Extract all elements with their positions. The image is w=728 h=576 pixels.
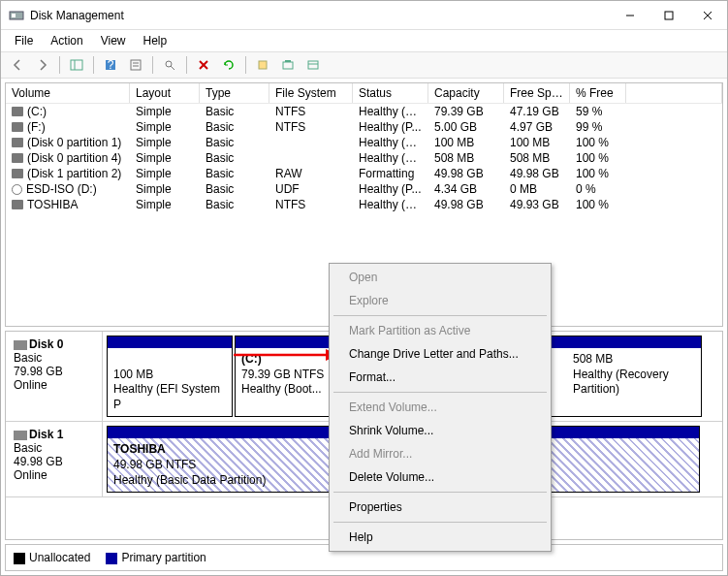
toolbar-separator: [186, 56, 187, 74]
volume-name: TOSHIBA: [27, 198, 78, 211]
delete-icon[interactable]: [193, 54, 214, 76]
window-title: Disk Management: [30, 9, 611, 22]
svg-rect-17: [259, 61, 267, 69]
toolbar: ?: [1, 51, 727, 79]
cell-pct: 100 %: [570, 166, 626, 181]
menu-file[interactable]: File: [7, 32, 41, 49]
col-free[interactable]: Free Spa...: [504, 83, 570, 103]
volume-name: (C:): [27, 105, 47, 118]
svg-text:?: ?: [108, 58, 114, 72]
toolbar-separator: [93, 56, 94, 74]
menu-help[interactable]: Help: [136, 32, 175, 49]
menu-action[interactable]: Action: [43, 32, 90, 49]
cell-capacity: 508 MB: [428, 150, 504, 166]
volume-row[interactable]: ESD-ISO (D:)SimpleBasicUDFHealthy (P...4…: [6, 181, 722, 197]
cell-capacity: 49.98 GB: [428, 197, 504, 212]
app-icon: [9, 8, 24, 23]
maximize-button[interactable]: [649, 1, 688, 30]
col-pct[interactable]: % Free: [570, 83, 626, 103]
col-type[interactable]: Type: [200, 83, 269, 103]
volume-name: ESD-ISO (D:): [26, 182, 97, 196]
menu-item-delete-volume[interactable]: Delete Volume...: [332, 465, 549, 489]
disk-icon: [14, 431, 27, 440]
cell-free: 508 MB: [504, 150, 570, 166]
partition[interactable]: 100 MBHealthy (EFI System P: [107, 336, 233, 417]
menu-separator: [333, 492, 547, 493]
svg-rect-20: [308, 61, 318, 69]
cell-capacity: 100 MB: [428, 135, 504, 150]
volume-name: (Disk 0 partition 4): [27, 151, 121, 165]
cell-layout: Simple: [130, 166, 200, 181]
cell-type: Basic: [200, 197, 269, 212]
disk-management-window: Disk Management File Action View Help ? …: [0, 0, 728, 576]
svg-rect-18: [283, 62, 293, 69]
cell-status: Healthy (P...: [353, 181, 428, 197]
svg-rect-6: [71, 60, 82, 70]
cell-status: Healthy (B...: [353, 197, 428, 212]
col-status[interactable]: Status: [353, 83, 428, 103]
cell-free: 100 MB: [504, 135, 570, 150]
cell-type: Basic: [200, 166, 269, 181]
options-icon[interactable]: [277, 54, 299, 76]
cell-pct: 99 %: [570, 119, 626, 135]
cell-status: Healthy (R...: [353, 150, 428, 166]
volume-row[interactable]: TOSHIBASimpleBasicNTFSHealthy (B...49.98…: [6, 197, 722, 212]
volume-row[interactable]: (C:)SimpleBasicNTFSHealthy (B...79.39 GB…: [6, 104, 722, 119]
menu-item-format[interactable]: Format...: [332, 366, 549, 389]
properties-icon[interactable]: [125, 54, 146, 76]
cell-pct: 0 %: [570, 181, 626, 197]
col-capacity[interactable]: Capacity: [428, 83, 504, 103]
show-hide-tree-icon[interactable]: [66, 54, 87, 76]
cell-free: 49.93 GB: [504, 197, 570, 212]
menu-item-properties[interactable]: Properties: [332, 496, 549, 519]
volume-row[interactable]: (Disk 0 partition 1)SimpleBasicHealthy (…: [6, 135, 722, 150]
volume-row[interactable]: (Disk 0 partition 4)SimpleBasicHealthy (…: [6, 150, 722, 166]
cell-type: Basic: [200, 150, 269, 166]
list-icon[interactable]: [302, 54, 324, 76]
svg-line-14: [171, 66, 174, 70]
cell-free: 49.98 GB: [504, 166, 570, 181]
col-volume[interactable]: Volume: [6, 83, 130, 103]
toolbar-separator: [245, 56, 246, 74]
disk-label: Disk 1Basic49.98 GBOnline: [6, 422, 103, 496]
disk-icon: [14, 340, 27, 350]
cell-status: Formatting: [353, 166, 428, 181]
drive-icon: [12, 153, 23, 163]
volume-row[interactable]: (Disk 1 partition 2)SimpleBasicRAWFormat…: [6, 166, 722, 181]
new-icon[interactable]: [252, 54, 273, 76]
drive-icon: [12, 200, 23, 209]
volume-row[interactable]: (F:)SimpleBasicNTFSHealthy (P...5.00 GB4…: [6, 119, 722, 135]
refresh-icon[interactable]: [218, 54, 239, 76]
cell-capacity: 4.34 GB: [428, 181, 504, 197]
cell-capacity: 5.00 GB: [428, 119, 504, 135]
cell-status: Healthy (B...: [353, 104, 428, 119]
menu-item-mark-partition-as-active: Mark Partition as Active: [332, 319, 549, 342]
drive-icon: [12, 138, 23, 147]
cell-status: Healthy (E...: [353, 135, 428, 150]
back-icon[interactable]: [7, 54, 28, 76]
menu-separator: [333, 392, 547, 393]
menu-item-help[interactable]: Help: [332, 526, 549, 549]
annotation-arrow: [234, 345, 340, 365]
legend-primary: Primary partition: [106, 551, 206, 564]
legend-unallocated: Unallocated: [14, 551, 90, 564]
col-filesystem[interactable]: File System: [269, 83, 353, 103]
col-layout[interactable]: Layout: [130, 83, 200, 103]
menu-item-change-drive-letter-and-paths[interactable]: Change Drive Letter and Paths...: [332, 342, 549, 366]
cell-fs: [269, 150, 353, 166]
cell-fs: NTFS: [269, 197, 353, 212]
help-icon[interactable]: ?: [100, 54, 121, 76]
close-button[interactable]: [688, 1, 727, 30]
menu-item-shrink-volume[interactable]: Shrink Volume...: [332, 419, 549, 442]
svg-rect-1: [12, 14, 16, 17]
menu-separator: [333, 315, 547, 316]
menu-view[interactable]: View: [93, 32, 134, 49]
svg-rect-10: [131, 60, 141, 70]
minimize-button[interactable]: [611, 1, 649, 30]
cell-layout: Simple: [130, 181, 200, 197]
cell-type: Basic: [200, 104, 269, 119]
cell-layout: Simple: [130, 104, 200, 119]
cell-pct: 59 %: [570, 104, 626, 119]
find-icon[interactable]: [159, 54, 180, 76]
forward-icon[interactable]: [32, 54, 53, 76]
